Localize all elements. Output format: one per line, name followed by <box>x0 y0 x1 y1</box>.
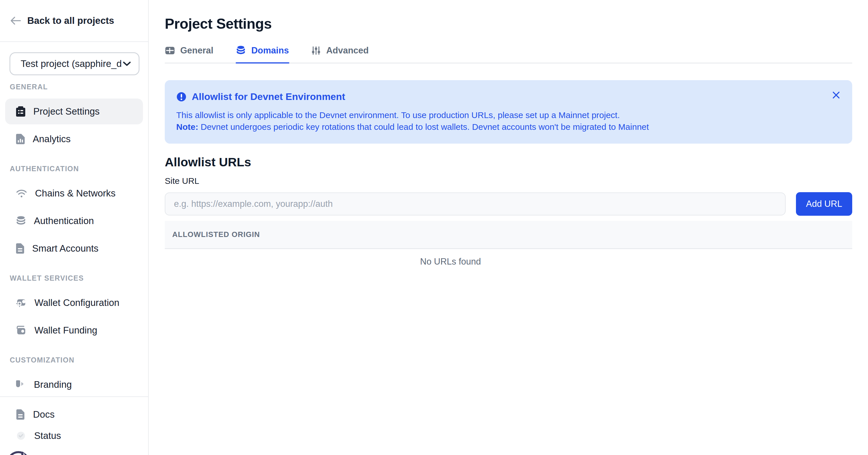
sidebar-item-chains-networks[interactable]: Chains & Networks <box>5 180 143 206</box>
banner-note-text: Devnet undergoes periodic key rotations … <box>198 122 649 132</box>
sidebar-item-authentication[interactable]: Authentication <box>5 208 143 234</box>
sidebar-item-wallet-funding[interactable]: Wallet Funding <box>5 317 143 343</box>
sidebar-item-branding[interactable]: Branding <box>5 372 143 396</box>
back-label: Back to all projects <box>27 15 114 26</box>
tab-bar: General Domains Advanced <box>165 46 852 63</box>
status-icon <box>17 431 26 440</box>
main-content: Project Settings General Domains Advance… <box>149 0 868 455</box>
sidebar-item-project-settings[interactable]: Project Settings <box>5 98 143 124</box>
docs-icon <box>17 409 24 420</box>
chevron-down-icon <box>123 61 131 67</box>
sidebar-item-label: Smart Accounts <box>32 243 98 254</box>
wallet-card-icon <box>16 326 26 335</box>
tab-label: General <box>180 46 213 56</box>
tab-advanced[interactable]: Advanced <box>311 46 369 63</box>
sidebar-item-label: Wallet Funding <box>34 325 97 336</box>
sidebar-item-smart-accounts[interactable]: Smart Accounts <box>5 235 143 261</box>
empty-state-text: No URLs found <box>165 257 852 267</box>
close-banner-button[interactable] <box>831 90 841 100</box>
clipboard-icon <box>16 106 25 117</box>
section-label-customization: CUSTOMIZATION <box>10 356 138 364</box>
allowlist-urls-heading: Allowlist URLs <box>165 155 852 169</box>
table-header-row: ALLOWLISTED ORIGIN <box>165 221 852 249</box>
sidebar-item-wallet-configuration[interactable]: Wallet Configuration <box>5 290 143 316</box>
tab-domains[interactable]: Domains <box>236 46 289 63</box>
allowlisted-origins-table: ALLOWLISTED ORIGIN No URLs found <box>165 221 852 267</box>
analytics-icon <box>16 134 25 144</box>
banner-line1: This allowlist is only applicable to the… <box>176 109 841 121</box>
section-label-general: GENERAL <box>10 83 138 91</box>
tab-label: Domains <box>251 46 289 56</box>
sliders-icon <box>312 46 320 55</box>
sidebar-item-label: Authentication <box>34 216 94 226</box>
sidebar-item-label: Chains & Networks <box>35 188 116 199</box>
close-icon <box>832 91 840 99</box>
arrow-left-icon <box>10 17 21 25</box>
sidebar-item-label: Docs <box>33 409 55 420</box>
tab-label: Advanced <box>326 46 369 56</box>
tab-general[interactable]: General <box>165 46 214 63</box>
wallet-gear-icon <box>16 298 26 307</box>
sidebar-item-label: Analytics <box>33 134 71 144</box>
sidebar-item-docs[interactable]: Docs <box>0 404 148 425</box>
banner-note-label: Note: <box>176 122 198 132</box>
sidebar-item-label: Status <box>34 430 61 441</box>
devnet-allowlist-banner: Allowlist for Devnet Environment This al… <box>165 80 852 144</box>
database-icon <box>16 216 26 226</box>
add-url-button[interactable]: Add URL <box>796 192 852 216</box>
url-input-row: Add URL <box>165 192 852 216</box>
sidebar-footer: Docs Status <box>0 396 148 455</box>
sidebar-nav: GENERAL Project Settings Analytics AUTHE… <box>0 75 148 396</box>
branding-icon <box>16 380 26 390</box>
project-selector[interactable]: Test project (sapphire_de <box>9 52 140 75</box>
column-header-allowlisted-origin: ALLOWLISTED ORIGIN <box>172 230 260 239</box>
sidebar-item-status[interactable]: Status <box>0 425 148 446</box>
wifi-icon <box>16 189 27 198</box>
sidebar-item-label: Wallet Configuration <box>34 297 119 308</box>
back-to-projects-button[interactable]: Back to all projects <box>0 0 148 42</box>
banner-title: Allowlist for Devnet Environment <box>192 91 345 102</box>
banner-body: This allowlist is only applicable to the… <box>176 109 841 133</box>
database-icon <box>236 46 245 55</box>
site-url-input[interactable] <box>165 193 786 216</box>
sidebar: Back to all projects Test project (sapph… <box>0 0 149 455</box>
sidebar-item-label: Project Settings <box>33 106 100 117</box>
project-selector-value: Test project (sapphire_de <box>21 58 122 69</box>
cookie-consent-icon[interactable] <box>6 450 31 455</box>
app-root: Back to all projects Test project (sapph… <box>0 0 868 455</box>
sidebar-item-analytics[interactable]: Analytics <box>5 126 143 152</box>
section-label-authentication: AUTHENTICATION <box>10 165 138 173</box>
page-title: Project Settings <box>165 16 852 32</box>
sidebar-item-label: Branding <box>34 379 72 390</box>
section-label-wallet-services: WALLET SERVICES <box>10 274 138 282</box>
site-url-label: Site URL <box>165 176 852 186</box>
file-icon <box>16 243 24 254</box>
info-icon <box>176 92 187 102</box>
banner-note: Note: Devnet undergoes periodic key rota… <box>176 121 841 133</box>
table-icon <box>165 47 175 54</box>
